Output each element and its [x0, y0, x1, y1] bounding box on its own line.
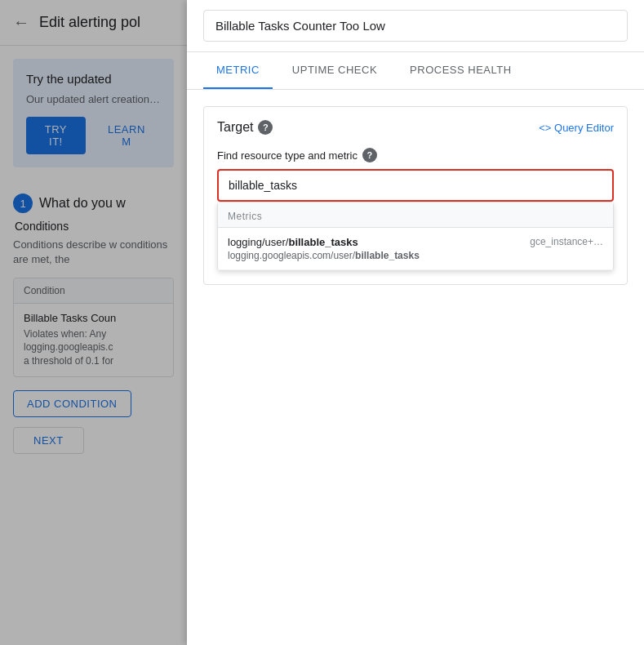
metric-dropdown: Metrics gce_instance+… logging/user/bill… — [217, 202, 614, 271]
target-label: Target — [217, 120, 253, 135]
tab-uptime-check[interactable]: UPTIME CHECK — [279, 52, 390, 89]
metric-search-input[interactable] — [217, 169, 614, 202]
target-title: Target ? — [217, 120, 273, 135]
list-item[interactable]: gce_instance+… logging/user/billable_tas… — [218, 228, 613, 270]
modal-tabs: METRIC UPTIME CHECK PROCESS HEALTH — [187, 52, 644, 90]
dropdown-item-right-text: gce_instance+… — [530, 236, 603, 247]
dropdown-category-label: Metrics — [218, 202, 613, 228]
query-editor-link[interactable]: <> Query Editor — [539, 122, 614, 134]
dropdown-item-sub-text: logging.googleapis.com/user/billable_tas… — [228, 250, 603, 261]
dropdown-sub-prefix: logging.googleapis.com/user/ — [228, 250, 355, 261]
dropdown-item-main-text: gce_instance+… logging/user/billable_tas… — [228, 236, 603, 248]
target-header: Target ? <> Query Editor — [217, 120, 614, 135]
dropdown-item-bold: billable_tasks — [288, 236, 358, 248]
target-help-icon[interactable]: ? — [258, 120, 273, 135]
dropdown-sub-bold: billable_tasks — [355, 250, 420, 261]
modal-title-bar — [187, 0, 644, 52]
target-section: Target ? <> Query Editor Find resource t… — [203, 106, 628, 285]
find-resource-help-icon[interactable]: ? — [362, 148, 377, 162]
find-resource-label: Find resource type and metric ? — [217, 148, 614, 162]
tab-process-health[interactable]: PROCESS HEALTH — [397, 52, 525, 89]
modal-panel: METRIC UPTIME CHECK PROCESS HEALTH Targe… — [187, 0, 644, 645]
policy-name-input[interactable] — [203, 10, 628, 42]
find-resource-text: Find resource type and metric — [217, 149, 358, 162]
modal-content: Target ? <> Query Editor Find resource t… — [187, 90, 644, 645]
dropdown-item-prefix: logging/user/ — [228, 236, 288, 248]
tab-metric[interactable]: METRIC — [203, 52, 273, 89]
